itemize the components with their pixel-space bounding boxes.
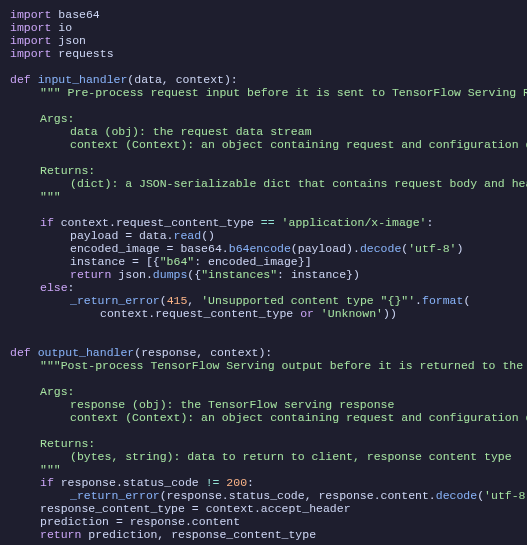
docstring: Args: [10, 385, 75, 398]
code-line: _return_error(415, 'Unsupported content … [10, 294, 470, 307]
docstring: """Post-process TensorFlow Serving outpu… [10, 359, 527, 372]
blank-line [10, 203, 17, 216]
docstring: Args: [10, 112, 75, 125]
code-editor: import base64 import io import json impo… [10, 8, 517, 541]
blank-line [10, 99, 17, 112]
code-line: encoded_image = base64.b64encode(payload… [10, 242, 463, 255]
docstring: Returns: [10, 437, 95, 450]
blank-line [10, 320, 17, 333]
import-line: import json [10, 34, 86, 47]
if-line: if response.status_code != 200: [10, 476, 254, 489]
else-line: else: [10, 281, 75, 294]
blank-line [10, 151, 17, 164]
docstring: (dict): a JSON-serializable dict that co… [10, 177, 527, 190]
code-line: context.request_content_type or 'Unknown… [10, 307, 397, 320]
code-line: response_content_type = context.accept_h… [10, 502, 351, 515]
blank-line [10, 333, 17, 346]
code-line: return prediction, response_content_type [10, 528, 316, 541]
docstring: """ [10, 190, 61, 203]
docstring: response (obj): the TensorFlow serving r… [10, 398, 394, 411]
blank-line [10, 372, 17, 385]
docstring: Returns: [10, 164, 95, 177]
docstring: data (obj): the request data stream [10, 125, 312, 138]
docstring: """ [10, 463, 61, 476]
def-line: def input_handler(data, context): [10, 73, 238, 86]
import-line: import base64 [10, 8, 100, 21]
docstring: (bytes, string): data to return to clien… [10, 450, 512, 463]
docstring: context (Context): an object containing … [10, 138, 527, 151]
code-line: _return_error(response.status_code, resp… [10, 489, 527, 502]
code-line: payload = data.read() [10, 229, 215, 242]
code-line: prediction = response.content [10, 515, 240, 528]
code-line: instance = [{"b64": encoded_image}] [10, 255, 312, 268]
blank-line [10, 60, 17, 73]
code-line: return json.dumps({"instances": instance… [10, 268, 360, 281]
import-line: import io [10, 21, 72, 34]
blank-line [10, 424, 17, 437]
def-line: def output_handler(response, context): [10, 346, 272, 359]
import-line: import requests [10, 47, 114, 60]
docstring: """ Pre-process request input before it … [10, 86, 527, 99]
docstring: context (Context): an object containing … [10, 411, 527, 424]
if-line: if context.request_content_type == 'appl… [10, 216, 433, 229]
